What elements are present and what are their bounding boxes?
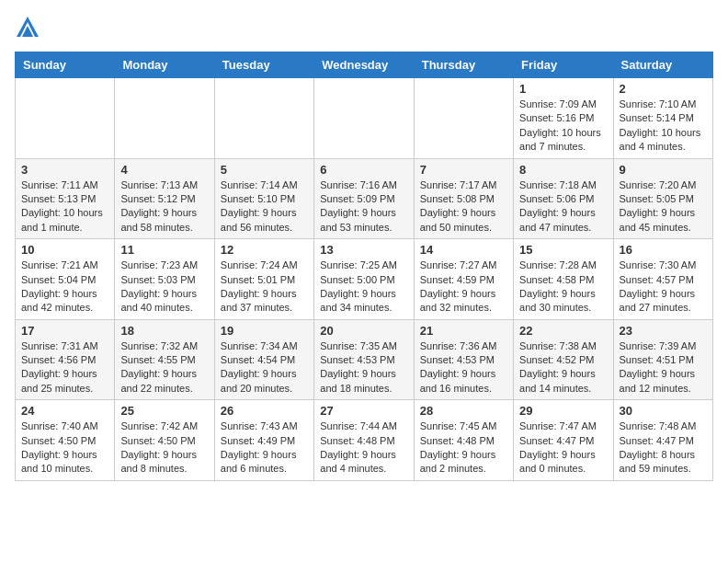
weekday-header-friday: Friday	[514, 52, 613, 78]
day-number: 28	[420, 404, 507, 418]
day-number: 10	[21, 243, 108, 257]
day-number: 27	[320, 404, 407, 418]
day-info: Sunrise: 7:43 AM Sunset: 4:49 PM Dayligh…	[221, 419, 308, 477]
week-row-2: 3Sunrise: 7:11 AM Sunset: 5:13 PM Daylig…	[16, 158, 713, 239]
day-number: 16	[620, 243, 707, 257]
day-cell: 2Sunrise: 7:10 AM Sunset: 5:14 PM Daylig…	[613, 78, 712, 159]
day-number: 15	[519, 243, 607, 257]
day-cell: 15Sunrise: 7:28 AM Sunset: 4:58 PM Dayli…	[514, 239, 613, 320]
day-number: 8	[519, 163, 607, 177]
day-number: 7	[420, 163, 507, 177]
day-number: 24	[21, 404, 108, 418]
day-cell: 7Sunrise: 7:17 AM Sunset: 5:08 PM Daylig…	[414, 158, 513, 239]
week-row-3: 10Sunrise: 7:21 AM Sunset: 5:04 PM Dayli…	[16, 239, 713, 320]
day-number: 11	[120, 243, 208, 257]
day-cell: 12Sunrise: 7:24 AM Sunset: 5:01 PM Dayli…	[214, 239, 313, 320]
day-info: Sunrise: 7:45 AM Sunset: 4:48 PM Dayligh…	[420, 419, 507, 477]
day-info: Sunrise: 7:48 AM Sunset: 4:47 PM Dayligh…	[620, 419, 707, 477]
day-number: 22	[519, 324, 607, 338]
day-cell	[414, 78, 513, 159]
day-cell: 5Sunrise: 7:14 AM Sunset: 5:10 PM Daylig…	[214, 158, 313, 239]
day-number: 21	[420, 324, 507, 338]
day-cell: 8Sunrise: 7:18 AM Sunset: 5:06 PM Daylig…	[514, 158, 613, 239]
day-number: 17	[21, 324, 108, 338]
day-number: 2	[620, 82, 707, 96]
day-info: Sunrise: 7:20 AM Sunset: 5:05 PM Dayligh…	[620, 178, 707, 236]
day-info: Sunrise: 7:13 AM Sunset: 5:12 PM Dayligh…	[120, 178, 208, 236]
weekday-header-tuesday: Tuesday	[214, 52, 313, 78]
day-cell: 17Sunrise: 7:31 AM Sunset: 4:56 PM Dayli…	[16, 319, 115, 400]
calendar-table: SundayMondayTuesdayWednesdayThursdayFrid…	[15, 52, 713, 481]
day-info: Sunrise: 7:23 AM Sunset: 5:03 PM Dayligh…	[120, 259, 208, 316]
day-info: Sunrise: 7:36 AM Sunset: 4:53 PM Dayligh…	[420, 339, 507, 396]
day-number: 25	[120, 404, 208, 418]
day-info: Sunrise: 7:42 AM Sunset: 4:50 PM Dayligh…	[120, 419, 208, 477]
day-info: Sunrise: 7:14 AM Sunset: 5:10 PM Dayligh…	[221, 178, 308, 236]
day-number: 1	[519, 82, 607, 96]
day-info: Sunrise: 7:28 AM Sunset: 4:58 PM Dayligh…	[519, 259, 607, 316]
day-info: Sunrise: 7:09 AM Sunset: 5:16 PM Dayligh…	[519, 98, 607, 155]
weekday-header-row: SundayMondayTuesdayWednesdayThursdayFrid…	[16, 52, 713, 78]
week-row-4: 17Sunrise: 7:31 AM Sunset: 4:56 PM Dayli…	[16, 319, 713, 400]
day-cell: 23Sunrise: 7:39 AM Sunset: 4:51 PM Dayli…	[613, 319, 712, 400]
day-cell: 29Sunrise: 7:47 AM Sunset: 4:47 PM Dayli…	[514, 400, 613, 481]
weekday-header-wednesday: Wednesday	[314, 52, 414, 78]
day-number: 23	[620, 324, 707, 338]
day-number: 4	[120, 163, 208, 177]
weekday-header-saturday: Saturday	[613, 52, 712, 78]
day-cell: 22Sunrise: 7:38 AM Sunset: 4:52 PM Dayli…	[514, 319, 613, 400]
day-number: 5	[221, 163, 308, 177]
day-cell: 27Sunrise: 7:44 AM Sunset: 4:48 PM Dayli…	[314, 400, 414, 481]
day-cell: 9Sunrise: 7:20 AM Sunset: 5:05 PM Daylig…	[613, 158, 712, 239]
day-info: Sunrise: 7:35 AM Sunset: 4:53 PM Dayligh…	[320, 339, 407, 396]
day-cell	[214, 78, 313, 159]
day-cell: 24Sunrise: 7:40 AM Sunset: 4:50 PM Dayli…	[16, 400, 115, 481]
day-info: Sunrise: 7:16 AM Sunset: 5:09 PM Dayligh…	[320, 178, 407, 236]
day-info: Sunrise: 7:17 AM Sunset: 5:08 PM Dayligh…	[420, 178, 507, 236]
day-number: 19	[221, 324, 308, 338]
day-info: Sunrise: 7:10 AM Sunset: 5:14 PM Dayligh…	[620, 98, 707, 155]
day-cell: 11Sunrise: 7:23 AM Sunset: 5:03 PM Dayli…	[115, 239, 214, 320]
day-info: Sunrise: 7:31 AM Sunset: 4:56 PM Dayligh…	[21, 339, 108, 396]
day-cell: 10Sunrise: 7:21 AM Sunset: 5:04 PM Dayli…	[16, 239, 115, 320]
day-cell	[16, 78, 115, 159]
page-container: SundayMondayTuesdayWednesdayThursdayFrid…	[15, 15, 713, 481]
day-info: Sunrise: 7:11 AM Sunset: 5:13 PM Dayligh…	[21, 178, 108, 236]
day-number: 20	[320, 324, 407, 338]
day-cell: 25Sunrise: 7:42 AM Sunset: 4:50 PM Dayli…	[115, 400, 214, 481]
day-info: Sunrise: 7:25 AM Sunset: 5:00 PM Dayligh…	[320, 259, 407, 316]
day-info: Sunrise: 7:32 AM Sunset: 4:55 PM Dayligh…	[120, 339, 208, 396]
day-number: 13	[320, 243, 407, 257]
day-cell: 14Sunrise: 7:27 AM Sunset: 4:59 PM Dayli…	[414, 239, 513, 320]
day-info: Sunrise: 7:34 AM Sunset: 4:54 PM Dayligh…	[221, 339, 308, 396]
header	[15, 15, 713, 40]
day-cell: 28Sunrise: 7:45 AM Sunset: 4:48 PM Dayli…	[414, 400, 513, 481]
logo[interactable]	[15, 15, 44, 40]
day-number: 9	[620, 163, 707, 177]
day-cell	[314, 78, 414, 159]
day-info: Sunrise: 7:30 AM Sunset: 4:57 PM Dayligh…	[620, 259, 707, 316]
day-cell: 16Sunrise: 7:30 AM Sunset: 4:57 PM Dayli…	[613, 239, 712, 320]
day-number: 18	[120, 324, 208, 338]
day-info: Sunrise: 7:27 AM Sunset: 4:59 PM Dayligh…	[420, 259, 507, 316]
day-cell: 6Sunrise: 7:16 AM Sunset: 5:09 PM Daylig…	[314, 158, 414, 239]
week-row-5: 24Sunrise: 7:40 AM Sunset: 4:50 PM Dayli…	[16, 400, 713, 481]
day-cell	[115, 78, 214, 159]
day-info: Sunrise: 7:44 AM Sunset: 4:48 PM Dayligh…	[320, 419, 407, 477]
day-cell: 30Sunrise: 7:48 AM Sunset: 4:47 PM Dayli…	[613, 400, 712, 481]
day-number: 12	[221, 243, 308, 257]
day-info: Sunrise: 7:18 AM Sunset: 5:06 PM Dayligh…	[519, 178, 607, 236]
day-info: Sunrise: 7:40 AM Sunset: 4:50 PM Dayligh…	[21, 419, 108, 477]
day-cell: 20Sunrise: 7:35 AM Sunset: 4:53 PM Dayli…	[314, 319, 414, 400]
day-cell: 13Sunrise: 7:25 AM Sunset: 5:00 PM Dayli…	[314, 239, 414, 320]
day-number: 14	[420, 243, 507, 257]
day-info: Sunrise: 7:47 AM Sunset: 4:47 PM Dayligh…	[519, 419, 607, 477]
day-number: 30	[620, 404, 707, 418]
day-info: Sunrise: 7:38 AM Sunset: 4:52 PM Dayligh…	[519, 339, 607, 396]
day-number: 29	[519, 404, 607, 418]
day-number: 3	[21, 163, 108, 177]
weekday-header-sunday: Sunday	[16, 52, 115, 78]
day-cell: 4Sunrise: 7:13 AM Sunset: 5:12 PM Daylig…	[115, 158, 214, 239]
day-cell: 1Sunrise: 7:09 AM Sunset: 5:16 PM Daylig…	[514, 78, 613, 159]
weekday-header-monday: Monday	[115, 52, 214, 78]
